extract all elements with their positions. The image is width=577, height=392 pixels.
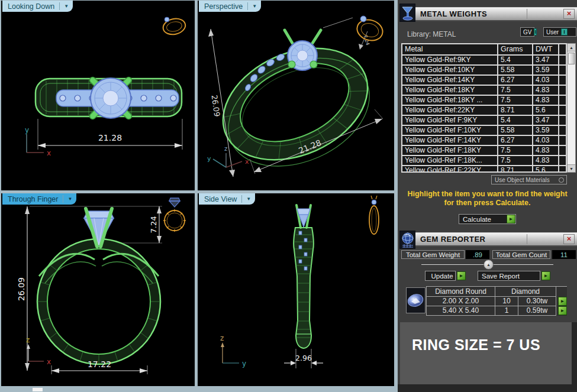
metal-table-row[interactable]: Yellow Gold-Ref:18KY ...7.54.83 <box>402 96 566 106</box>
through-finger-canvas: 26.09 7.24 17.22 z <box>1 193 195 386</box>
chevron-down-icon[interactable]: ▼ <box>244 197 253 202</box>
instruction-line-1: Highlight the item you want to find the … <box>398 190 577 198</box>
viewport-selector-perspective[interactable]: Perspective ▼ <box>199 1 261 12</box>
svg-text:z: z <box>220 334 224 342</box>
application-window: 21.28 y x Looking Down ▼ <box>0 0 577 392</box>
svg-text:z: z <box>26 336 30 344</box>
center-stone-3d <box>285 30 321 70</box>
gem-table-rows: 2.00 X 2.00100.30tw►5.40 X 5.4010.59tw► <box>427 297 567 316</box>
ring-top-view <box>36 76 182 121</box>
gem-row-play-icon[interactable]: ► <box>558 306 567 315</box>
metal-table-row[interactable]: Yellow Gold-Ref:9KY5.43.47 <box>402 56 566 66</box>
total-gem-weight-value: .89 <box>466 250 489 259</box>
use-object-materials-button[interactable]: Use Object Materials <box>491 175 567 184</box>
total-gem-count-label: Total Gem Count <box>492 250 550 259</box>
viewport-label: Looking Down <box>8 2 54 11</box>
side-view-canvas: 2.96 z y <box>198 193 394 386</box>
metal-table-row[interactable]: Yellow Gold-Ref F:18KY7.54.83 <box>402 146 566 156</box>
scroll-down-icon[interactable]: ▼ <box>568 164 575 172</box>
gem-reporter-title: GEM REPORTER <box>415 235 485 244</box>
scroll-up-icon[interactable]: ▲ <box>568 44 575 51</box>
user-indicator-icon: I <box>561 28 568 35</box>
save-report-button[interactable]: Save Report <box>478 271 540 281</box>
perspective-canvas: 26.09 21.28 7.24 <box>198 1 394 190</box>
metal-weights-title: METAL WEIGHTS <box>415 9 487 18</box>
svg-text:x: x <box>47 358 51 366</box>
viewport-selector-through-finger[interactable]: Through Finger ▼ <box>2 193 76 205</box>
metal-table-rows: Yellow Gold-Ref:9KY5.43.47Yellow Gold-Re… <box>402 56 566 173</box>
dim-height-label: 26.09 <box>209 94 221 117</box>
svg-text:y: y <box>25 126 29 134</box>
viewport-looking-down[interactable]: 21.28 y x Looking Down ▼ <box>1 1 195 190</box>
metal-weights-icon <box>399 4 415 22</box>
svg-text:x: x <box>245 158 249 166</box>
collapse-toggle-button[interactable]: ▲ <box>483 260 494 270</box>
mini-ring-icon <box>163 198 186 232</box>
looking-down-canvas: 21.28 y x <box>1 1 195 190</box>
close-icon[interactable]: × <box>563 9 575 19</box>
dim-thickness-label: 2.96 <box>295 354 312 362</box>
total-gem-count-value: 11 <box>552 250 576 259</box>
metal-table-row[interactable]: Yellow Gold-Ref F:18K...7.54.83 <box>402 156 566 166</box>
chevron-down-icon[interactable]: ▼ <box>250 4 259 9</box>
svg-text:x: x <box>47 149 51 157</box>
update-button[interactable]: Update <box>425 271 456 281</box>
gem-reporter-header[interactable]: GEM REPORTER <box>415 232 577 247</box>
library-label: Library: METAL <box>407 30 456 38</box>
gem-table-header: Diamond Round Diamond <box>427 287 567 297</box>
ring-side-profile <box>294 205 314 348</box>
dim-width-label: 21.28 <box>98 133 122 142</box>
mini-ring-icon <box>369 196 379 234</box>
gv-button[interactable]: GV I <box>520 27 534 37</box>
ring-size-panel: RING SIZE = 7 US <box>400 322 572 384</box>
metal-table-row[interactable]: Yellow Gold-Ref F:22KY8.715.6 <box>402 166 566 173</box>
viewport-label: Through Finger <box>8 195 58 203</box>
metal-table-row[interactable]: Yellow Gold-Ref F:10KY5.583.59 <box>402 126 566 136</box>
metal-table-row[interactable]: Yellow Gold-Ref F:9KY5.43.47 <box>402 116 566 126</box>
gem-table: Diamond Round Diamond 2.00 X 2.00100.30t… <box>426 286 567 316</box>
metal-weights-header[interactable]: METAL WEIGHTS <box>415 7 577 21</box>
gem-row-play-icon[interactable]: ► <box>558 297 567 306</box>
viewport-label: Side View <box>204 195 237 203</box>
svg-text:y: y <box>207 155 211 163</box>
dim-head-label: 7.24 <box>149 216 158 234</box>
user-button[interactable]: User I <box>543 27 576 37</box>
svg-text:y: y <box>242 359 246 368</box>
taskbar-tab[interactable] <box>33 388 43 391</box>
play-icon[interactable]: ► <box>507 215 515 223</box>
total-gem-weight-label: Total Gem Weight <box>401 250 465 259</box>
mini-ring-icon <box>162 17 187 36</box>
gem-table-row[interactable]: 2.00 X 2.00100.30tw► <box>427 297 567 306</box>
ring-size-text: RING SIZE = 7 US <box>400 322 572 354</box>
center-stone <box>91 78 131 118</box>
dim-inner-label: 17.22 <box>88 359 111 369</box>
calculate-button[interactable]: Calculate ► <box>459 214 516 224</box>
chevron-down-icon[interactable]: ▼ <box>62 4 70 9</box>
chevron-down-icon[interactable]: ▼ <box>66 197 74 202</box>
metal-table-row[interactable]: Yellow Gold-Ref:22KY8.715.6 <box>402 106 566 116</box>
dim-height-label: 26.09 <box>17 277 26 301</box>
save-report-play-icon[interactable]: ► <box>541 271 550 280</box>
metal-table-row[interactable]: Yellow Gold-Ref:14KY6.274.03 <box>402 76 566 86</box>
gem-table-row[interactable]: 5.40 X 5.4010.59tw► <box>427 306 567 316</box>
viewport-selector-looking-down[interactable]: Looking Down ▼ <box>2 1 73 12</box>
svg-text:z: z <box>224 145 227 152</box>
instruction-line-2: for then press Calculate. <box>398 199 577 207</box>
metal-table-row[interactable]: Yellow Gold-Ref F:14KY6.274.03 <box>402 136 566 146</box>
scrollbar-thumb[interactable] <box>568 53 575 64</box>
metal-table-scrollbar[interactable]: ▲ ▼ <box>567 43 576 173</box>
update-play-icon[interactable]: ► <box>457 271 466 280</box>
viewport-perspective[interactable]: 26.09 21.28 7.24 <box>198 1 394 190</box>
viewport-label: Perspective <box>204 2 243 11</box>
metal-table-row[interactable]: Yellow Gold-Ref:18KY7.54.83 <box>402 86 566 96</box>
axis-indicator: z x <box>26 336 51 366</box>
tools-panel: METAL WEIGHTS × Library: METAL GV I User… <box>398 0 577 392</box>
viewport-selector-side-view[interactable]: Side View ▼ <box>199 193 255 205</box>
axis-indicator: z y <box>220 334 246 368</box>
close-icon[interactable]: × <box>563 234 575 244</box>
viewport-through-finger[interactable]: 26.09 7.24 17.22 z <box>1 193 195 386</box>
metal-table-row[interactable]: Yellow Gold-Ref:10KY5.583.59 <box>402 66 566 76</box>
dimension-width: 21.28 <box>38 119 182 150</box>
gv-indicator-icon: I <box>534 28 537 35</box>
viewport-side-view[interactable]: 2.96 z y Side View ▼ <box>198 193 394 386</box>
